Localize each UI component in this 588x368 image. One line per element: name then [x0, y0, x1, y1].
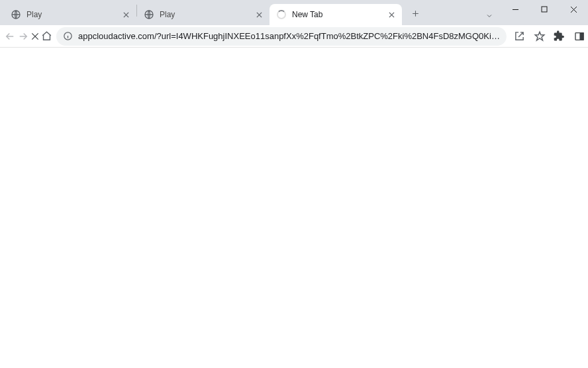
forward-button[interactable]: [17, 27, 29, 46]
tab-new-tab[interactable]: New Tab: [270, 4, 402, 25]
site-info-icon[interactable]: [63, 31, 73, 41]
svg-rect-5: [580, 32, 583, 40]
stop-loading-button[interactable]: [30, 27, 40, 46]
toolbar: appcloudactive.com/?url=I4WHKFughjINXEEo…: [0, 25, 588, 48]
maximize-button[interactable]: [530, 0, 559, 19]
tab-play-2[interactable]: Play: [137, 4, 270, 25]
titlebar: Play Play New Tab: [0, 0, 588, 25]
tab-title: New Tab: [292, 10, 386, 19]
side-panel-button[interactable]: [570, 27, 588, 46]
tab-play-1[interactable]: Play: [4, 4, 136, 25]
globe-icon: [144, 9, 154, 20]
share-button[interactable]: [511, 27, 529, 46]
tab-title: Play: [160, 10, 254, 19]
close-tab-button[interactable]: [121, 9, 131, 20]
extensions-button[interactable]: [550, 27, 569, 46]
svg-rect-2: [542, 7, 547, 12]
window-controls: [501, 0, 588, 25]
minimize-button[interactable]: [501, 0, 530, 19]
back-button[interactable]: [4, 27, 16, 46]
toolbar-right: [511, 27, 588, 46]
page-content: [0, 48, 588, 368]
url-text: appcloudactive.com/?url=I4WHKFughjINXEEo…: [78, 31, 500, 41]
close-tab-button[interactable]: [254, 9, 264, 20]
loading-spinner-icon: [276, 9, 287, 20]
tab-search-button[interactable]: [478, 7, 501, 25]
close-tab-button[interactable]: [386, 9, 397, 20]
home-button[interactable]: [41, 27, 52, 46]
tab-title: Play: [26, 10, 121, 19]
bookmark-button[interactable]: [530, 27, 549, 46]
address-bar[interactable]: appcloudactive.com/?url=I4WHKFughjINXEEo…: [56, 27, 507, 46]
window-close-button[interactable]: [559, 0, 588, 19]
new-tab-button[interactable]: [406, 4, 424, 23]
globe-icon: [11, 9, 21, 20]
tab-strip: Play Play New Tab: [0, 0, 478, 25]
